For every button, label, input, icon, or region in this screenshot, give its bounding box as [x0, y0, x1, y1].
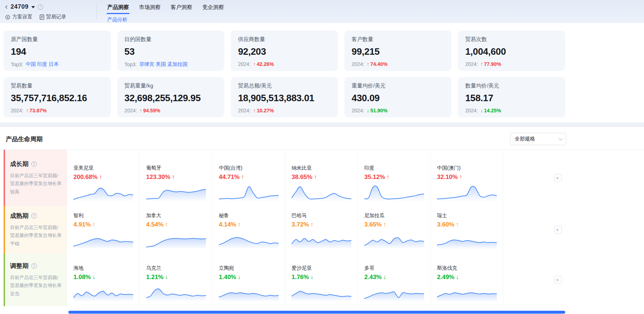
stat-card: 客户数量99,2152024:↑74.40% [344, 31, 452, 71]
yoy-pct: 77.90% [484, 61, 501, 67]
stage-info-icon[interactable]: ! [31, 161, 37, 167]
growth-rate: 4.91%↑ [73, 221, 133, 228]
country-trend-cell: 海地1.08%↓ [67, 254, 140, 306]
horizontal-scrollbar[interactable] [68, 311, 565, 314]
stat-footer: Top3:菲律宾美国孟加拉国 [125, 61, 217, 68]
sparkline-chart [364, 284, 424, 302]
stage-label: 成长期 [10, 160, 28, 168]
arrow-up-icon: ↑ [165, 221, 168, 228]
growth-value: 3.60% [437, 221, 454, 228]
country-label: 爱沙尼亚 [292, 265, 351, 272]
top3-link[interactable]: 孟加拉国 [167, 61, 188, 67]
country-trend-cell: 葡萄牙123.30%↑ [140, 150, 212, 206]
growth-value: 35.12% [364, 174, 385, 181]
top3-link[interactable]: 印度 [37, 61, 47, 67]
stat-footer: 2024:↓14.25% [465, 108, 558, 113]
sparkline-chart [437, 184, 496, 202]
expand-cell: » [503, 150, 566, 206]
stats-row-2: 贸易数量35,757,716,852.162024:↑73.87%贸易重量/kg… [4, 77, 565, 117]
tab-product-insight[interactable]: 产品洞察 [107, 4, 129, 14]
country-label: 巴哈马 [292, 212, 351, 219]
tab-customer-insight[interactable]: 客户洞察 [171, 4, 192, 14]
sparkline-chart [73, 184, 133, 202]
country-label: 尼加拉瓜 [364, 212, 424, 219]
back-icon[interactable]: ‹ [5, 4, 8, 10]
stat-label: 数量均价/美元 [465, 82, 558, 89]
stat-label: 贸易次数 [465, 36, 558, 43]
arrow-up-icon: ↑ [387, 174, 390, 181]
stat-value: 53 [125, 46, 217, 57]
sparkline-chart [219, 284, 278, 302]
stats-panel: 原产国数量194Top3:中国印度日本目的国数量53Top3:菲律宾美国孟加拉国… [0, 23, 644, 122]
country-trend-cell: 巴哈马3.72%↑ [285, 206, 358, 254]
arrow-up-icon: ↑ [26, 108, 28, 113]
spec-filter-select[interactable]: 全部规格 [510, 133, 566, 145]
yoy-delta: ↑77.90% [480, 61, 501, 67]
stat-footer: 2024:↑73.87% [11, 108, 104, 113]
top3-link[interactable]: 中国 [26, 61, 36, 67]
arrow-up-icon: ↑ [140, 108, 142, 113]
growth-value: 2.49% [437, 274, 454, 281]
yoy-year-label: 2024: [125, 108, 137, 113]
country-trend-cell: 亚美尼亚200.68%↑ [67, 150, 140, 206]
growth-value: 4.54% [146, 221, 163, 228]
subtab-product-analysis[interactable]: 产品分析 [107, 17, 224, 23]
arrow-up-icon: ↑ [172, 174, 175, 181]
country-trend-cell: 乌克兰1.21%↓ [140, 254, 212, 306]
yoy-delta: ↑74.40% [367, 61, 387, 67]
country-trend-cell: 瑞士3.60%↑ [431, 206, 503, 254]
growth-rate: 44.71%↑ [219, 174, 278, 181]
header-tabs: 产品洞察市场洞察客户洞察竞企洞察 [107, 4, 224, 14]
growth-rate: 1.40%↓ [219, 274, 278, 281]
top3-link[interactable]: 日本 [49, 61, 59, 67]
growth-rate: 4.14%↑ [219, 221, 278, 228]
arrow-up-icon: ↑ [314, 174, 317, 181]
double-chevron-down-icon: » [555, 176, 560, 179]
tab-competitor-insight[interactable]: 竞企洞察 [202, 4, 224, 14]
stage-title: 成熟期! [10, 212, 62, 220]
lifecycle-panel: 产品生命周期 全部规格 成长期!目标产品近三年贸易额/贸易量的季度复合增长率较高… [0, 127, 644, 314]
stage-info-icon[interactable]: ! [31, 263, 37, 269]
stat-value: 99,215 [352, 46, 445, 57]
stat-value: 92,203 [238, 46, 331, 57]
stage-info-icon[interactable]: ! [31, 213, 37, 219]
stage-title: 成长期! [10, 160, 62, 168]
stat-card: 原产国数量194Top3:中国印度日本 [4, 31, 111, 71]
sparkline-chart [292, 231, 351, 249]
plan-settings-button[interactable]: 方案设置 [5, 14, 32, 20]
growth-rate: 3.72%↑ [292, 221, 351, 228]
tab-market-insight[interactable]: 市场洞察 [139, 4, 161, 14]
lifecycle-title: 产品生命周期 [6, 135, 42, 143]
country-trend-cell: 爱沙尼亚1.76%↓ [285, 254, 358, 306]
expand-row-button[interactable]: » [554, 226, 562, 234]
top3-label: Top3: [11, 62, 23, 67]
growth-value: 44.71% [219, 174, 240, 181]
top3-link[interactable]: 菲律宾 [139, 61, 154, 67]
growth-value: 1.40% [219, 274, 236, 281]
trade-records-label: 贸易记录 [46, 14, 66, 20]
top3-link[interactable]: 美国 [156, 61, 166, 67]
stat-value: 1,004,600 [465, 46, 558, 57]
growth-value: 1.21% [146, 274, 163, 281]
expand-row-button[interactable]: » [554, 276, 562, 284]
header-left-block: ‹ 24709 ! 方案设置 贸易记录 [5, 0, 96, 23]
stat-card: 贸易重量/kg32,698,255,129.952024:↑94.59% [117, 77, 225, 117]
expand-row-button[interactable]: » [554, 174, 562, 182]
country-label: 中国(澳门) [437, 165, 496, 171]
info-icon[interactable]: ! [38, 4, 43, 10]
country-label: 纳米比亚 [292, 165, 351, 171]
stat-label: 客户数量 [352, 36, 445, 43]
yoy-delta: ↓51.90% [367, 108, 387, 113]
trade-records-button[interactable]: 贸易记录 [40, 14, 66, 20]
lifecycle-rows: 成长期!目标产品近三年贸易额/贸易量的季度复合增长率较高亚美尼亚200.68%↑… [4, 150, 644, 306]
arrow-down-icon: ↓ [456, 274, 459, 281]
sparkline-chart [73, 231, 133, 249]
country-trend-cell: 加拿大4.54%↑ [140, 206, 212, 254]
sparkline-chart [292, 284, 351, 302]
yoy-delta: ↓14.25% [480, 108, 501, 113]
caret-down-icon[interactable] [31, 6, 35, 10]
sparkline-chart [437, 231, 496, 249]
sparkline-chart [292, 184, 351, 202]
growth-rate: 2.49%↓ [437, 274, 496, 281]
plan-id-dropdown[interactable]: 24709 [10, 3, 28, 10]
